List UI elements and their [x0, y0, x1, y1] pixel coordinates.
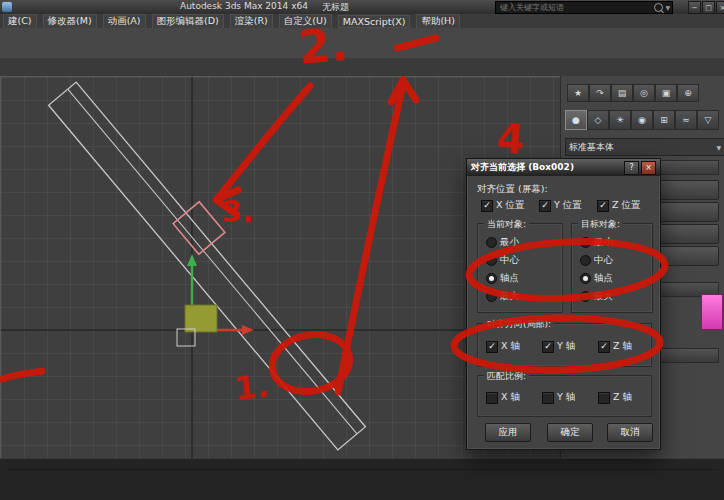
- cancel-button[interactable]: 取消: [607, 423, 653, 442]
- main-toolbar: 视图 ▼ 3 ∠ % ↕ 创建选择集 ▼: [0, 28, 724, 59]
- radio-dot: [580, 291, 591, 302]
- current-center-radio[interactable]: 中心: [486, 254, 519, 267]
- checkbox-label: Y 轴: [557, 340, 575, 353]
- tab-utilities-icon[interactable]: ⊕: [677, 84, 699, 102]
- menu-create[interactable]: 建(C): [3, 14, 37, 29]
- orient-z-checkbox[interactable]: ✓Z 轴: [598, 340, 632, 353]
- scale-x-checkbox[interactable]: ✓X 轴: [486, 391, 520, 404]
- checkbox-box: ✓: [542, 392, 554, 404]
- check-icon: ✓: [541, 201, 549, 210]
- match-scale-group: 匹配比例: ✓X 轴 ✓Y 轴 ✓Z 轴: [477, 375, 652, 417]
- radio-label: 轴点: [594, 272, 613, 285]
- menu-modifiers[interactable]: 修改器(M): [43, 14, 97, 29]
- radio-dot: [486, 237, 497, 248]
- checkbox-box: ✓: [542, 341, 554, 353]
- ok-button[interactable]: 确定: [547, 423, 593, 442]
- minimize-button[interactable]: −: [688, 1, 701, 14]
- search-icon[interactable]: [654, 3, 663, 12]
- dialog-close-icon[interactable]: ×: [641, 161, 656, 175]
- orient-y-checkbox[interactable]: ✓Y 轴: [542, 340, 575, 353]
- close-button[interactable]: ×: [716, 1, 724, 14]
- current-pivot-radio[interactable]: 轴点: [486, 272, 519, 285]
- target-center-radio[interactable]: 中心: [580, 254, 613, 267]
- category-spacewarps-icon[interactable]: ≈: [675, 110, 697, 130]
- category-lights-icon[interactable]: ☀: [609, 110, 631, 130]
- dialog-title: 对齐当前选择 (Box002): [471, 161, 622, 174]
- target-maximum-radio[interactable]: 最大: [580, 290, 613, 303]
- group-title: 目标对象:: [578, 218, 623, 231]
- maximize-button[interactable]: □: [702, 1, 715, 14]
- check-icon: ✓: [599, 201, 607, 210]
- check-icon: ✓: [544, 342, 552, 351]
- checkbox-box: ✓: [481, 200, 493, 212]
- scale-z-checkbox[interactable]: ✓Z 轴: [598, 391, 632, 404]
- group-title: 当前对象:: [484, 218, 529, 231]
- category-cameras-icon[interactable]: ◉: [631, 110, 653, 130]
- tab-create-icon[interactable]: ★: [567, 84, 589, 102]
- checkbox-label: X 轴: [501, 340, 520, 353]
- z-position-checkbox[interactable]: ✓ Z 位置: [597, 199, 641, 212]
- search-input[interactable]: [498, 2, 652, 13]
- tab-hierarchy-icon[interactable]: ▤: [611, 84, 633, 102]
- box-object[interactable]: [185, 305, 217, 332]
- chevron-down-icon: ▼: [716, 144, 721, 151]
- menu-customize[interactable]: 自定义(U): [279, 14, 332, 29]
- x-position-checkbox[interactable]: ✓ X 位置: [481, 199, 525, 212]
- radio-dot: [580, 237, 591, 248]
- radio-label: 最小: [594, 236, 613, 249]
- menu-bar: 建(C) 修改器(M) 动画(A) 图形编辑器(D) 渲染(R) 自定义(U) …: [0, 14, 724, 29]
- checkbox-box: ✓: [597, 200, 609, 212]
- primitive-type-value: 标准基本体: [569, 141, 713, 154]
- align-position-label: 对齐位置 (屏幕):: [477, 183, 548, 196]
- category-helpers-icon[interactable]: ⊞: [653, 110, 675, 130]
- checkbox-label: Y 位置: [554, 199, 582, 212]
- scale-y-checkbox[interactable]: ✓Y 轴: [542, 391, 575, 404]
- group-title: 对齐方向(局部):: [484, 318, 554, 331]
- menu-animation[interactable]: 动画(A): [103, 14, 146, 29]
- radio-dot: [486, 291, 497, 302]
- radio-label: 最大: [594, 290, 613, 303]
- radio-label: 轴点: [500, 272, 519, 285]
- current-maximum-radio[interactable]: 最大: [486, 290, 519, 303]
- plank-object[interactable]: [49, 82, 366, 450]
- apply-button[interactable]: 应用: [485, 423, 531, 442]
- app-icon[interactable]: [2, 2, 12, 12]
- radio-label: 中心: [594, 254, 613, 267]
- menu-maxscript[interactable]: MAXScript(X): [338, 15, 411, 28]
- tab-modify-icon[interactable]: ↷: [589, 84, 611, 102]
- category-systems-icon[interactable]: ▽: [697, 110, 719, 130]
- tab-display-icon[interactable]: ▣: [655, 84, 677, 102]
- radio-label: 最小: [500, 236, 519, 249]
- object-color-swatch[interactable]: [701, 294, 723, 330]
- y-position-checkbox[interactable]: ✓ Y 位置: [539, 199, 582, 212]
- status-divider: [6, 469, 718, 470]
- category-shapes-icon[interactable]: ◇: [587, 110, 609, 130]
- dialog-title-bar[interactable]: 对齐当前选择 (Box002) ? ×: [467, 159, 660, 176]
- category-geometry-icon[interactable]: ●: [565, 110, 587, 130]
- tab-motion-icon[interactable]: ◎: [633, 84, 655, 102]
- checkbox-box: ✓: [486, 392, 498, 404]
- radio-label: 中心: [500, 254, 519, 267]
- align-orientation-group: 对齐方向(局部): ✓X 轴 ✓Y 轴 ✓Z 轴: [477, 323, 652, 367]
- menu-graph-editors[interactable]: 图形编辑器(D): [152, 14, 224, 29]
- search-options-caret-icon[interactable]: ▼: [665, 4, 670, 11]
- target-pivot-radio[interactable]: 轴点: [580, 272, 613, 285]
- primitive-type-dropdown[interactable]: 标准基本体 ▼: [565, 138, 724, 156]
- gizmo-x-arrowhead-icon: [242, 325, 254, 335]
- check-icon: ✓: [483, 201, 491, 210]
- search-box[interactable]: ▼: [495, 1, 673, 14]
- check-icon: ✓: [600, 342, 608, 351]
- target-minimum-radio[interactable]: 最小: [580, 236, 613, 249]
- orient-x-checkbox[interactable]: ✓X 轴: [486, 340, 520, 353]
- checkbox-label: X 位置: [496, 199, 525, 212]
- dialog-help-icon[interactable]: ?: [624, 161, 639, 175]
- document-title: 无标题: [322, 1, 349, 14]
- radio-dot: [486, 255, 497, 266]
- checkbox-label: Z 轴: [613, 340, 632, 353]
- checkbox-label: Z 位置: [612, 199, 641, 212]
- current-minimum-radio[interactable]: 最小: [486, 236, 519, 249]
- checkbox-label: Z 轴: [613, 391, 632, 404]
- menu-rendering[interactable]: 渲染(R): [230, 14, 273, 29]
- radio-dot: [486, 273, 497, 284]
- menu-help[interactable]: 帮助(H): [416, 14, 460, 29]
